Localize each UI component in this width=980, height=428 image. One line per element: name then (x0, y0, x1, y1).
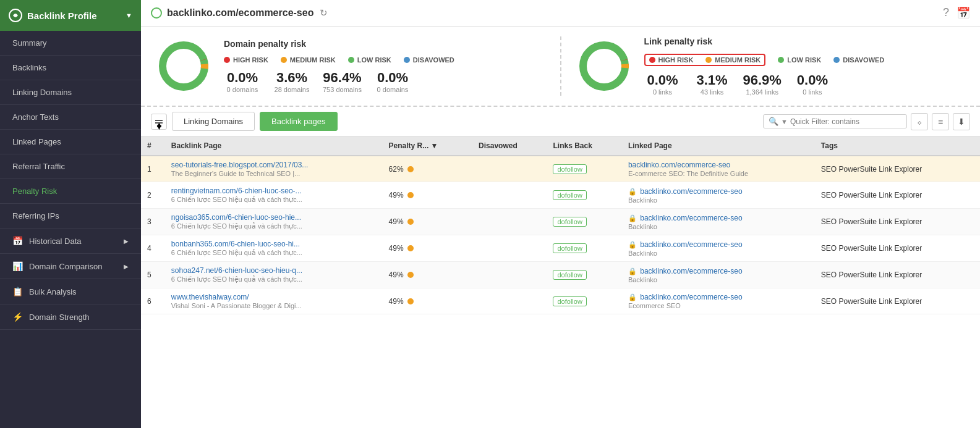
dofollow-badge: dofollow (553, 190, 586, 200)
backlink-page-link[interactable]: bonbanh365.com/6-chien-luoc-seo-hi... (171, 240, 300, 248)
sidebar-label-linked-pages: Linked Pages (12, 137, 61, 146)
search-input[interactable] (790, 117, 901, 126)
backlink-page-link[interactable]: sohoa247.net/6-chien-luoc-seo-hieu-q... (171, 266, 302, 275)
link-disavowed-dot (833, 57, 840, 63)
table-row: 1 seo-tutorials-free.blogspot.com/2017/0… (141, 156, 980, 182)
sidebar-item-domain-strength[interactable]: ⚡Domain Strength (0, 304, 141, 330)
col-num: # (141, 136, 165, 156)
cell-linked-page: 🔒 backlinko.com/ecommerce-seo Backlinko (622, 235, 815, 262)
domain-medium-risk-label: MEDIUM RISK (290, 56, 336, 64)
backlink-page-desc: 6 Chiến lược SEO hiệu quả và cách thực..… (171, 222, 377, 230)
calendar-icon[interactable]: 📅 (957, 6, 970, 20)
sidebar-item-summary[interactable]: Summary (0, 31, 141, 56)
linked-page-link[interactable]: backlinko.com/ecommerce-seo (640, 214, 742, 222)
cell-num: 5 (141, 262, 165, 288)
columns-icon-button[interactable]: ≡ (932, 113, 949, 130)
link-medium-risk-legend: MEDIUM RISK (705, 56, 761, 64)
domain-high-risk-legend: HIGH RISK (224, 56, 268, 64)
search-dropdown-arrow[interactable]: ▼ (781, 118, 788, 125)
col-penalty[interactable]: Penalty R... ▼ (383, 136, 473, 156)
sidebar-item-historical-data[interactable]: 📅Historical Data▶ (0, 229, 141, 254)
toolbar: ▲ ▼ Linking Domains Backlink pages 🔍 ▼ ⬦… (141, 107, 980, 136)
sidebar-item-referring-ips[interactable]: Referring IPs (0, 204, 141, 229)
backlink-page-link[interactable]: seo-tutorials-free.blogspot.com/2017/03.… (171, 161, 308, 169)
sidebar-icon-bulk-analysis: 📋 (12, 287, 23, 296)
linking-domains-tab[interactable]: Linking Domains (172, 112, 255, 131)
domain-low-risk-legend: LOW RISK (348, 56, 391, 64)
sidebar-label-penalty-risk: Penalty Risk (12, 187, 57, 196)
linked-page-link[interactable]: backlinko.com/ecommerce-seo (640, 267, 742, 275)
table-header-row: # Backlink Page Penalty R... ▼ Disavowed… (141, 136, 980, 156)
sidebar-label-anchor-texts: Anchor Texts (12, 112, 59, 122)
link-low-risk-dot (778, 57, 784, 63)
domain-low-risk-label: LOW RISK (357, 56, 391, 64)
filter-icon-button[interactable]: ⬦ (911, 113, 928, 130)
dofollow-badge: dofollow (553, 164, 586, 174)
cell-linked-page: 🔒 backlinko.com/ecommerce-seo Backlinko (622, 209, 815, 235)
table-row: 5 sohoa247.net/6-chien-luoc-seo-hieu-q..… (141, 262, 980, 288)
cell-num: 4 (141, 235, 165, 262)
linked-page-link[interactable]: backlinko.com/ecommerce-seo (640, 240, 742, 249)
link-low-risk-legend: LOW RISK (778, 56, 821, 64)
dofollow-badge: dofollow (553, 296, 586, 306)
linked-page-desc: Backlinko (628, 196, 809, 204)
high-risk-dot (224, 57, 230, 63)
lock-icon: 🔒 (628, 188, 637, 195)
cell-links-back: dofollow (547, 209, 621, 235)
domain-penalty-stats: Domain penalty risk HIGH RISK MEDIUM RIS… (224, 39, 545, 93)
sidebar-label-domain-comparison: Domain Comparison (29, 262, 103, 271)
help-icon[interactable]: ? (943, 6, 949, 20)
cell-backlink-page: bonbanh365.com/6-chien-luoc-seo-hi... 6 … (165, 235, 383, 262)
data-table-wrapper: # Backlink Page Penalty R... ▼ Disavowed… (141, 136, 980, 428)
sidebar-item-linking-domains[interactable]: Linking Domains (0, 80, 141, 105)
link-penalty-title: Link penalty risk (644, 36, 966, 46)
dofollow-badge: dofollow (553, 243, 586, 253)
refresh-icon[interactable]: ↻ (320, 7, 328, 19)
cell-penalty: 49% (383, 235, 473, 262)
download-icon-button[interactable]: ⬇ (953, 113, 970, 130)
lock-icon: 🔒 (628, 241, 637, 248)
cell-num: 1 (141, 156, 165, 182)
link-disavowed-label: DISAVOWED (843, 56, 884, 64)
top-bar: backlinko.com/ecommerce-seo ↻ ? 📅 (141, 0, 980, 27)
table-row: 3 ngoisao365.com/6-chien-luoc-seo-hie...… (141, 209, 980, 235)
sidebar-label-linking-domains: Linking Domains (12, 88, 72, 97)
sidebar-item-linked-pages[interactable]: Linked Pages (0, 130, 141, 154)
cell-penalty: 62% (383, 156, 473, 182)
link-high-risk-dot (649, 57, 655, 63)
linked-page-link[interactable]: backlinko.com/ecommerce-seo (640, 187, 742, 196)
sidebar-item-backlinks[interactable]: Backlinks (0, 56, 141, 80)
link-medium-risk-num: 3.1% 43 links (694, 72, 731, 96)
collapse-button[interactable]: ▲ ▼ (151, 114, 167, 130)
svg-point-4 (583, 45, 625, 87)
cell-backlink-page: seo-tutorials-free.blogspot.com/2017/03.… (165, 156, 383, 182)
domain-disavowed-legend: DISAVOWED (404, 56, 454, 64)
link-penalty-stats: Link penalty risk HIGH RISK MEDIUM RISK (644, 36, 966, 96)
sidebar-item-domain-comparison[interactable]: 📊Domain Comparison▶ (0, 254, 141, 279)
sidebar-item-penalty-risk[interactable]: Penalty Risk (0, 179, 141, 204)
disavowed-dot (404, 57, 410, 63)
backlink-page-link[interactable]: www.thevishalway.com/ (171, 293, 249, 301)
sidebar-item-referral-traffic[interactable]: Referral Traffic (0, 154, 141, 179)
cell-linked-page: 🔒 backlinko.com/ecommerce-seo Backlinko (622, 262, 815, 288)
filter-area: 🔍 ▼ ⬦ ≡ ⬇ (763, 113, 970, 130)
backlink-pages-tab[interactable]: Backlink pages (260, 112, 337, 131)
cell-backlink-page: sohoa247.net/6-chien-luoc-seo-hieu-q... … (165, 262, 383, 288)
penalty-value: 49% (389, 191, 404, 199)
brand-label: Backlink Profile (27, 10, 97, 21)
sidebar-item-bulk-analysis[interactable]: 📋Bulk Analysis (0, 279, 141, 304)
backlink-page-link[interactable]: ngoisao365.com/6-chien-luoc-seo-hie... (171, 213, 301, 222)
cell-linked-page: 🔒 backlinko.com/ecommerce-seo Backlinko (622, 182, 815, 209)
link-high-risk-num: 0.0% 0 links (644, 72, 681, 96)
domain-low-risk-num: 96.4% 753 domains (323, 70, 362, 93)
linked-page-link[interactable]: backlinko.com/ecommerce-seo (640, 293, 742, 301)
table-body: 1 seo-tutorials-free.blogspot.com/2017/0… (141, 156, 980, 314)
sidebar-item-anchor-texts[interactable]: Anchor Texts (0, 105, 141, 130)
backlink-page-link[interactable]: rentingvietnam.com/6-chien-luoc-seo-... (171, 187, 302, 195)
domain-penalty-donut (156, 38, 211, 94)
brand-chevron-icon: ▼ (126, 12, 132, 19)
link-disavowed-num: 0.0% 0 links (794, 72, 831, 96)
backlink-page-desc: 6 Chiến lược SEO hiệu quả và cách thực..… (171, 249, 377, 257)
linked-page-link[interactable]: backlinko.com/ecommerce-seo (628, 161, 730, 169)
sidebar-brand[interactable]: Backlink Profile ▼ (0, 0, 141, 31)
